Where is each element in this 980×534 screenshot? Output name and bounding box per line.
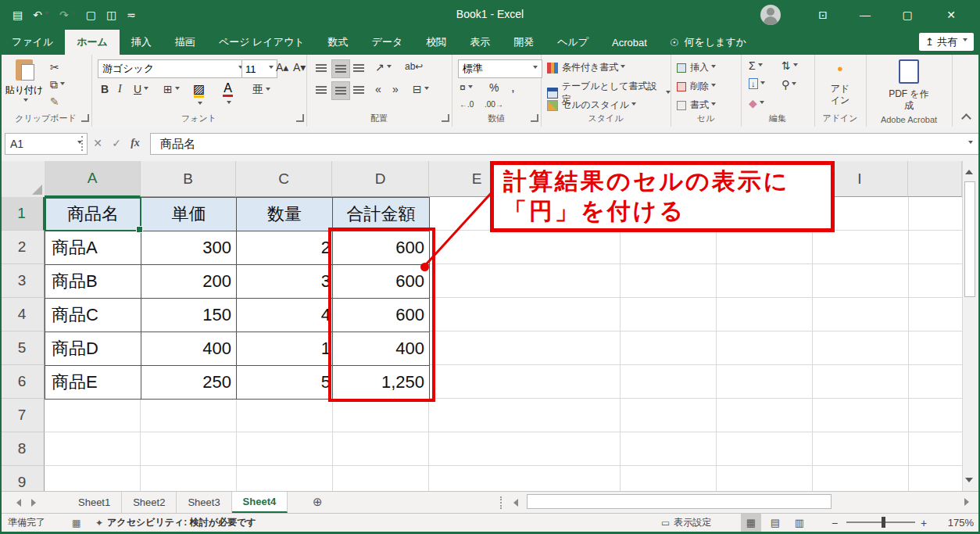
cell-d3[interactable]: 600 [333,265,430,299]
enter-button[interactable]: ✓ [108,133,125,153]
tab-home[interactable]: ホーム [65,30,120,55]
row-header-3[interactable]: 3 [0,264,45,298]
insert-cells-button[interactable]: 挿入 [677,61,716,74]
ribbon-display-options-button[interactable]: ⊡ [805,0,841,30]
tab-draw[interactable]: 描画 [163,30,207,55]
column-header-c[interactable]: C [236,161,332,197]
cancel-button[interactable]: ✕ [89,133,106,153]
increase-indent-button[interactable]: » [392,83,399,95]
share-button[interactable]: ↥ 共有 [919,33,974,51]
name-box[interactable]: A1 [5,133,88,155]
cell-a3[interactable]: 商品B [45,265,141,299]
bold-button[interactable]: B [101,83,109,95]
cell-d5[interactable]: 400 [333,332,430,366]
zoom-slider-track[interactable] [846,521,915,523]
autosum-button[interactable]: Σ [749,59,763,72]
sheet-nav-next[interactable] [31,499,40,507]
create-pdf-button[interactable]: PDF を作成 [866,59,952,112]
cell-d2[interactable]: 600 [333,231,430,265]
cell-c5[interactable]: 1 [237,332,333,366]
maximize-button[interactable]: ▢ [889,0,925,30]
clipboard-dialog-launcher[interactable] [81,114,89,122]
align-top-button[interactable] [313,59,330,77]
insert-function-button[interactable]: fx [127,133,144,153]
format-painter-button[interactable]: ✎ [50,95,59,108]
clear-button[interactable]: ◆ [749,97,764,109]
tell-me-box[interactable]: ☉ 何をしますか [659,30,757,55]
increase-font-button[interactable]: A▴ [276,61,288,73]
number-dialog-launcher[interactable] [531,114,538,122]
font-dialog-launcher[interactable] [296,114,304,122]
fill-color-button[interactable]: ▨ [193,81,205,112]
tab-data[interactable]: データ [360,30,415,55]
font-color-button[interactable]: A [223,81,233,111]
merge-center-button[interactable]: ⊟ [413,83,429,95]
scroll-down-arrow[interactable] [965,478,973,486]
tab-developer[interactable]: 開発 [502,30,545,55]
zoom-level[interactable]: 175% [939,514,974,532]
page-break-view-button[interactable]: ▥ [789,514,810,532]
accessibility-checker[interactable]: ✦ アクセシビリティ: 検討が必要です [95,514,256,532]
italic-button[interactable]: I [118,83,122,95]
select-all-button[interactable] [0,161,45,198]
sheet-tab-sheet3[interactable]: Sheet3 [177,492,231,513]
cell-b3[interactable]: 200 [141,265,237,299]
row-header-6[interactable]: 6 [0,365,45,399]
tab-file[interactable]: ファイル [0,30,65,55]
cell-b6[interactable]: 250 [141,366,237,400]
column-header-b[interactable]: B [141,161,236,197]
expand-formula-bar-button[interactable] [966,137,973,151]
cell-b4[interactable]: 150 [141,299,237,332]
decrease-font-button[interactable]: A▾ [293,61,306,73]
column-header-j-partial[interactable] [908,161,962,197]
row-header-5[interactable]: 5 [0,332,45,365]
cell-c2[interactable]: 2 [237,231,333,265]
decrease-indent-button[interactable]: « [375,83,381,95]
cell-styles-button[interactable]: セルのスタイル [547,99,636,112]
cell-d4[interactable]: 600 [333,299,430,332]
row-header-1[interactable]: 1 [0,197,45,231]
comma-style-button[interactable]: , [511,80,515,95]
column-header-a[interactable]: A [45,161,141,197]
row-header-4[interactable]: 4 [0,298,45,332]
cell-a1[interactable]: 商品名 [45,198,141,231]
sheet-tab-sheet2[interactable]: Sheet2 [122,492,177,513]
cell-b5[interactable]: 400 [141,332,237,366]
cell-c1[interactable]: 数量 [237,198,333,231]
font-name-combobox[interactable]: 游ゴシック [98,59,248,78]
cell-d1[interactable]: 合計金額 [333,198,430,231]
wrap-text-button[interactable]: ab↩ [405,61,423,72]
tab-view[interactable]: 表示 [458,30,502,55]
close-button[interactable]: ✕ [933,0,969,30]
new-sheet-button[interactable]: ⊕ [313,495,323,509]
display-settings-button[interactable]: ▭ 表示設定 [661,514,711,532]
scroll-up-arrow[interactable] [965,166,973,174]
cut-button[interactable]: ✂ [50,61,59,73]
tab-insert[interactable]: 挿入 [120,30,163,55]
delete-cells-button[interactable]: 削除 [677,80,716,93]
column-header-d[interactable]: D [332,161,429,197]
formula-bar-splitter[interactable] [81,136,83,151]
row-header-7[interactable]: 7 [0,399,45,432]
align-right-button[interactable] [350,81,367,99]
tab-review[interactable]: 校閲 [414,30,458,55]
row-header-2[interactable]: 2 [0,231,45,264]
hscroll-right-arrow[interactable] [964,498,973,506]
formula-input[interactable]: 商品名 [150,133,980,155]
align-center-button[interactable] [331,81,350,100]
tab-formulas[interactable]: 数式 [317,30,360,55]
cell-a6[interactable]: 商品E [45,366,141,400]
conditional-formatting-button[interactable]: 条件付き書式 [547,61,625,74]
cell-c3[interactable]: 3 [237,265,333,299]
tab-scroll-splitter[interactable] [500,496,502,509]
font-size-combobox[interactable]: 11 [241,59,277,78]
tab-page-layout[interactable]: ページ レイアウト [207,30,317,55]
borders-button[interactable]: ⊞ [163,83,180,95]
tab-acrobat[interactable]: Acrobat [600,30,659,55]
sheet-tab-sheet4[interactable]: Sheet4 [232,492,288,513]
cell-b1[interactable]: 単価 [141,198,237,231]
sheet-tab-sheet1[interactable]: Sheet1 [67,492,122,513]
sort-filter-button[interactable]: ⇅ [781,59,798,72]
cell-c6[interactable]: 5 [237,366,333,400]
paste-button[interactable]: 貼り付け [5,59,44,108]
